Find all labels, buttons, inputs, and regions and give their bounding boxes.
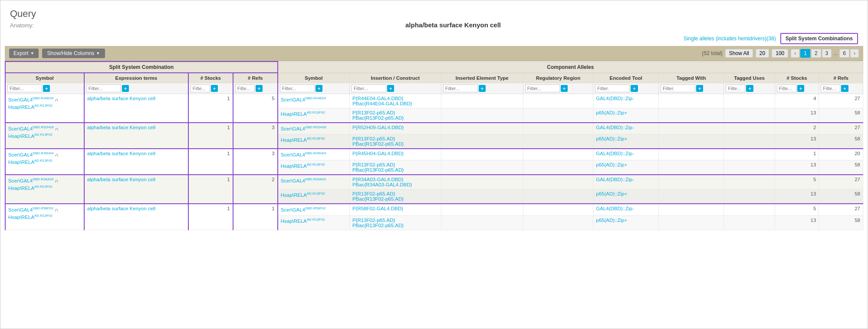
page-3-button[interactable]: 3: [822, 49, 832, 58]
insertion-link[interactable]: P{R13F02-p65.AD}: [352, 110, 395, 115]
add-filter-comp-regulatory-button[interactable]: +: [561, 85, 568, 92]
add-filter-split-symbol-button[interactable]: +: [43, 85, 50, 92]
split-symbol-link[interactable]: Scer\GAL4DBD.R45H04: [8, 152, 54, 157]
filter-input-comp-stocks[interactable]: [777, 85, 796, 92]
comp-symbol-link[interactable]: Scer\GAL4DBD.R52H09: [281, 126, 326, 131]
show-20-button[interactable]: 20: [756, 49, 769, 58]
insertion-link[interactable]: P{R13F02-p65.AD}: [352, 218, 395, 223]
add-filter-comp-tagged-with-button[interactable]: +: [696, 85, 703, 92]
split-symbol-link[interactable]: Scer\GAL4DBD.R52H09: [8, 126, 54, 131]
encoded-tool-link[interactable]: p65(AD)::Zip+: [596, 218, 627, 223]
pagination: ‹ 1 2 3 ... 6 ›: [791, 49, 859, 58]
split-symbol-link[interactable]: Scer\GAL4DBD.R44E04: [8, 97, 53, 102]
add-filter-comp-encoded-tool-button[interactable]: +: [631, 85, 638, 92]
comp-symbol-link[interactable]: Scer\GAL4DBD.R44E04: [281, 97, 326, 102]
filter-input-comp-insertion[interactable]: [352, 85, 386, 92]
comp-tagged-uses-cell: [724, 215, 775, 230]
insertion-link[interactable]: P{R44E04-GAL4.DBD}: [352, 96, 404, 101]
page-wrapper: Query Anatomy: alpha/beta surface Kenyon…: [0, 0, 868, 329]
encoded-tool-link[interactable]: GAL4(DBD)::Zip-: [596, 125, 634, 130]
filter-input-comp-tagged-with[interactable]: [661, 85, 695, 92]
encoded-tool-link[interactable]: GAL4(DBD)::Zip-: [596, 177, 634, 182]
insertion-link2[interactable]: PBac{R13F02-p65.AD}: [352, 223, 404, 228]
split-symbol2-link[interactable]: Hsap\RELAAD.R13F02: [8, 215, 53, 220]
comp-symbol-link[interactable]: Scer\GAL4DBD.R45H04: [281, 152, 326, 157]
insertion-link[interactable]: P{R45H04-GAL4.DBD}: [352, 151, 404, 156]
filter-input-comp-tagged-uses[interactable]: [726, 85, 745, 92]
filter-input-split-refs[interactable]: [235, 85, 255, 92]
comp-symbol-link[interactable]: Hsap\RELAAD.R13F02: [281, 111, 325, 117]
add-filter-comp-stocks-button[interactable]: +: [797, 85, 804, 92]
filter-input-split-stocks[interactable]: [191, 85, 210, 92]
split-symbol-link[interactable]: Scer\GAL4DBD.R58F02: [8, 207, 53, 212]
split-system-combinations-button[interactable]: Split System Combinations: [780, 33, 858, 44]
insertion-link[interactable]: P{R13F02-p65.AD}: [352, 136, 395, 141]
encoded-tool-link[interactable]: p65(AD)::Zip+: [596, 191, 627, 196]
insertion-link2[interactable]: PBac{R13F02-p65.AD}: [352, 196, 404, 202]
comp-symbol-link[interactable]: Scer\GAL4DBD.R34A03: [281, 178, 326, 183]
split-symbol2-link[interactable]: Hsap\RELAAD.R13F02: [8, 186, 53, 191]
filter-input-split-symbol[interactable]: [7, 85, 42, 92]
filter-input-comp-encoded-tool[interactable]: [595, 85, 630, 92]
prev-page-button[interactable]: ‹: [791, 49, 799, 58]
page-6-button[interactable]: 6: [839, 49, 849, 58]
comp-regulatory-cell: [523, 108, 593, 123]
encoded-tool-link[interactable]: p65(AD)::Zip+: [596, 136, 627, 141]
expression-link[interactable]: alpha/beta surface Kenyon cell: [87, 96, 155, 101]
comp-stocks-cell: 13: [775, 160, 819, 175]
expression-link[interactable]: alpha/beta surface Kenyon cell: [87, 177, 155, 182]
comp-tagged-with-cell: [658, 94, 724, 108]
insertion-link2[interactable]: PBac{R44E04-GAL4.DBD}: [352, 101, 412, 106]
filter-input-split-expression[interactable]: [86, 85, 121, 92]
add-filter-split-expression-button[interactable]: +: [122, 85, 129, 92]
insertion-link[interactable]: P{R13F02-p65.AD}: [352, 162, 395, 167]
insertion-link[interactable]: P{R34A03-GAL4.DBD}: [352, 177, 404, 182]
comp-symbol-link[interactable]: Hsap\RELAAD.R13F02: [281, 218, 325, 224]
comp-symbol-link[interactable]: Hsap\RELAAD.R13F02: [281, 137, 325, 143]
insertion-link2[interactable]: PBac{R13F02-p65.AD}: [352, 167, 404, 173]
add-filter-split-stocks-button[interactable]: +: [211, 85, 218, 92]
insertion-link2[interactable]: PBac{R34A03-GAL4.DBD}: [352, 182, 412, 187]
add-filter-comp-insertion-button[interactable]: +: [387, 85, 394, 92]
expression-link[interactable]: alpha/beta surface Kenyon cell: [87, 206, 155, 211]
split-symbol-link[interactable]: Scer\GAL4DBD.R34A03: [8, 178, 53, 183]
split-symbol2-link[interactable]: Hsap\RELAAD.R13F02: [8, 160, 53, 165]
encoded-tool-link[interactable]: GAL4(DBD)::Zip-: [596, 151, 634, 156]
filter-input-comp-refs[interactable]: [821, 85, 840, 92]
add-filter-split-refs-button[interactable]: +: [256, 85, 263, 92]
filter-input-comp-element-type[interactable]: [443, 85, 478, 92]
split-symbol2-link[interactable]: Hsap\RELAAD.R13F02: [8, 104, 53, 110]
add-filter-comp-symbol-button[interactable]: +: [316, 85, 322, 92]
encoded-tool-link[interactable]: GAL4(DBD)::Zip-: [596, 96, 634, 101]
comp-symbol-link[interactable]: Hsap\RELAAD.R13F02: [281, 192, 325, 198]
page-2-button[interactable]: 2: [811, 49, 821, 58]
toolbar-right: (52 total) Show All 20 100 ‹ 1 2 3 ... 6…: [702, 49, 859, 58]
insertion-link2[interactable]: PBac{R13F02-p65.AD}: [352, 141, 404, 147]
add-filter-comp-refs-button[interactable]: +: [841, 85, 848, 92]
expression-link[interactable]: alpha/beta surface Kenyon cell: [87, 151, 155, 156]
show-all-button[interactable]: Show All: [725, 49, 753, 58]
split-symbol2-link[interactable]: Hsap\RELAAD.R13F02: [8, 134, 53, 139]
expression-link[interactable]: alpha/beta surface Kenyon cell: [87, 125, 155, 130]
insertion-link[interactable]: P{R13F02-p65.AD}: [352, 191, 395, 196]
show-hide-columns-button[interactable]: Show/Hide Columns ▼: [42, 49, 105, 58]
page-1-button[interactable]: 1: [800, 49, 810, 58]
show-100-button[interactable]: 100: [772, 49, 788, 58]
encoded-tool-link[interactable]: p65(AD)::Zip+: [596, 162, 627, 167]
add-filter-comp-element-type-button[interactable]: +: [479, 85, 486, 92]
next-page-button[interactable]: ›: [850, 49, 859, 58]
main-table: Split System Combination Component Allel…: [5, 61, 863, 230]
add-filter-comp-tagged-uses-button[interactable]: +: [746, 85, 753, 92]
insertion-link2[interactable]: PBac{R13F02-p65.AD}: [352, 115, 404, 121]
filter-input-comp-symbol[interactable]: [280, 85, 315, 92]
insertion-link[interactable]: P{R58F02-GAL4.DBD}: [352, 206, 403, 211]
comp-symbol-link[interactable]: Scer\GAL4DBD.R58F02: [281, 207, 326, 212]
single-alleles-link[interactable]: Single alleles (includes hemidrivers)(38…: [684, 36, 776, 42]
filter-input-comp-regulatory[interactable]: [525, 85, 560, 92]
comp-refs-cell: 27: [819, 175, 863, 189]
encoded-tool-link[interactable]: GAL4(DBD)::Zip-: [596, 206, 634, 211]
insertion-link[interactable]: P{R52H09-GAL4.DBD}: [352, 125, 404, 130]
comp-symbol-link[interactable]: Hsap\RELAAD.R13F02: [281, 163, 325, 169]
encoded-tool-link[interactable]: p65(AD)::Zip+: [596, 110, 627, 115]
export-button[interactable]: Export ▼: [9, 49, 39, 58]
